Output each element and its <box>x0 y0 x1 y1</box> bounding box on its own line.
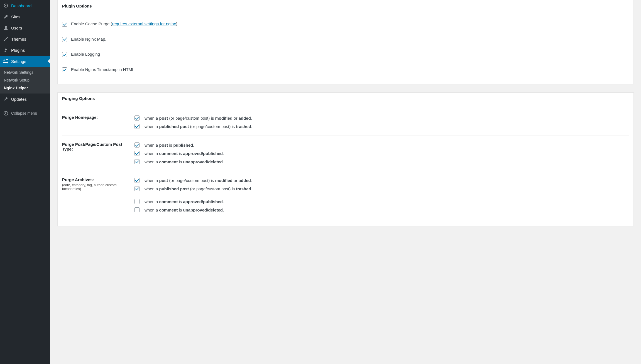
sidebar-item-plugins[interactable]: Plugins <box>0 45 50 56</box>
checkbox[interactable] <box>134 178 140 183</box>
sidebar-item-label: Plugins <box>11 48 25 53</box>
settings-submenu: Network Settings Network Setup Nginx Hel… <box>0 67 50 94</box>
section-purge-archives: Purge Archives: (date, category, tag, au… <box>62 171 629 219</box>
postbox-title: Purging Options <box>58 93 633 104</box>
brush-icon <box>3 36 9 42</box>
plug-icon <box>3 47 9 53</box>
text: Enable Cache Purge ( <box>71 21 112 26</box>
option-enable-timestamp: Enable Nginx Timestamp in HTML <box>62 62 629 77</box>
option-label: Enable Nginx Timestamp in HTML <box>71 67 134 73</box>
sidebar-item-label: Sites <box>11 14 20 19</box>
submenu-network-settings[interactable]: Network Settings <box>0 68 50 76</box>
checkbox[interactable] <box>134 199 140 204</box>
admin-sidebar: Dashboard Sites Users Themes Plugins <box>0 0 50 364</box>
option-label: Enable Nginx Map. <box>71 36 106 43</box>
submenu-nginx-helper[interactable]: Nginx Helper <box>0 84 50 92</box>
collapse-menu-label: Collapse menu <box>11 111 37 115</box>
section-label: Purge Post/Page/Custom Post Type: <box>62 141 134 166</box>
user-icon <box>3 25 9 31</box>
sidebar-item-sites[interactable]: Sites <box>0 11 50 22</box>
checkbox[interactable] <box>134 186 140 191</box>
sidebar-item-label: Updates <box>11 97 27 102</box>
collapse-icon <box>3 111 9 116</box>
collapse-menu[interactable]: Collapse menu <box>0 108 50 119</box>
option-label: Enable Cache Purge (requires external se… <box>71 21 177 27</box>
opt-post-published: when a post is published. <box>134 141 629 149</box>
checkbox[interactable] <box>134 142 140 147</box>
section-purge-post: Purge Post/Page/Custom Post Type: when a… <box>62 136 629 171</box>
sidebar-item-label: Dashboard <box>11 3 31 8</box>
section-purge-homepage: Purge Homepage: when a post (or page/cus… <box>62 109 629 136</box>
opt-archives-comment-approved: when a comment is approved/published. <box>134 197 629 206</box>
option-label: when a post is published. <box>145 143 194 147</box>
sidebar-item-dashboard[interactable]: Dashboard <box>0 0 50 11</box>
wrench-icon <box>3 96 9 102</box>
checkbox-enable-cache-purge[interactable] <box>62 22 67 27</box>
checkbox-enable-timestamp[interactable] <box>62 67 67 72</box>
section-label: Purge Homepage: <box>62 114 134 131</box>
svg-point-0 <box>4 111 8 115</box>
sidebar-item-updates[interactable]: Updates <box>0 94 50 105</box>
option-label: when a post (or page/custom post) is mod… <box>145 116 252 120</box>
key-icon <box>3 14 9 19</box>
option-enable-logging: Enable Logging <box>62 47 629 62</box>
sidebar-item-themes[interactable]: Themes <box>0 33 50 45</box>
dashboard-icon <box>3 3 9 8</box>
checkbox[interactable] <box>134 124 140 129</box>
option-label: when a published post (or page/custom po… <box>145 186 252 191</box>
opt-homepage-post-modified-added: when a post (or page/custom post) is mod… <box>134 114 629 122</box>
option-label: when a comment is unapproved/deleted. <box>145 208 224 212</box>
checkbox-enable-nginx-map[interactable] <box>62 37 67 42</box>
checkbox[interactable] <box>134 159 140 164</box>
text: ) <box>176 21 177 26</box>
option-label: when a published post (or page/custom po… <box>145 124 252 129</box>
checkbox[interactable] <box>134 115 140 120</box>
option-enable-nginx-map: Enable Nginx Map. <box>62 32 629 47</box>
option-label: Enable Logging <box>71 51 100 58</box>
sidebar-item-label: Users <box>11 26 22 30</box>
postbox-purging-options: Purging Options Purge Homepage: when a p… <box>57 92 634 226</box>
opt-homepage-published-post-trashed: when a published post (or page/custom po… <box>134 122 629 131</box>
sidebar-item-settings[interactable]: Settings <box>0 56 50 67</box>
postbox-plugin-options: Plugin Options Enable Cache Purge (requi… <box>57 0 634 84</box>
main-content: Plugin Options Enable Cache Purge (requi… <box>50 0 641 364</box>
option-label: when a comment is unapproved/deleted. <box>145 159 224 164</box>
sidebar-item-users[interactable]: Users <box>0 22 50 33</box>
opt-post-comment-approved: when a comment is approved/published. <box>134 149 629 158</box>
opt-archives-published-post-trashed: when a published post (or page/custom po… <box>134 185 629 193</box>
opt-archives-comment-unapproved: when a comment is unapproved/deleted. <box>134 206 629 214</box>
postbox-title: Plugin Options <box>58 0 633 12</box>
text: Purge Archives: <box>62 177 94 182</box>
sidebar-item-label: Themes <box>11 37 26 41</box>
option-label: when a comment is approved/published. <box>145 199 224 204</box>
opt-archives-post-modified-added: when a post (or page/custom post) is mod… <box>134 176 629 185</box>
sidebar-item-label: Settings <box>11 59 26 64</box>
link-external-nginx-settings[interactable]: requires external settings for nginx <box>112 21 176 26</box>
checkbox[interactable] <box>134 207 140 212</box>
sublabel: (date, category, tag, author, custom tax… <box>62 183 130 191</box>
submenu-network-setup[interactable]: Network Setup <box>0 76 50 84</box>
sliders-icon <box>3 58 9 64</box>
checkbox[interactable] <box>134 151 140 156</box>
opt-post-comment-unapproved: when a comment is unapproved/deleted. <box>134 158 629 166</box>
option-label: when a post (or page/custom post) is mod… <box>145 178 252 183</box>
option-enable-cache-purge: Enable Cache Purge (requires external se… <box>62 16 629 32</box>
checkbox-enable-logging[interactable] <box>62 52 67 57</box>
option-label: when a comment is approved/published. <box>145 151 224 156</box>
section-label: Purge Archives: (date, category, tag, au… <box>62 176 134 214</box>
